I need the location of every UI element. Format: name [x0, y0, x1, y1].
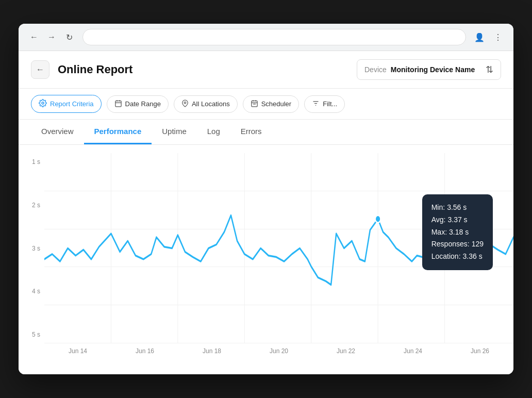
browser-window: ← → ↻ 👤 ⋮ ← Online Report [19, 24, 513, 374]
svg-point-5 [184, 102, 186, 104]
app-header: ← Online Report Device Monitoring Device… [19, 51, 513, 89]
chart-body [44, 153, 513, 343]
svg-point-0 [42, 102, 44, 104]
x-label-jun20: Jun 20 [245, 347, 312, 355]
location-icon [181, 100, 189, 109]
tab-performance[interactable]: Performance [84, 120, 152, 144]
chart-container: 5 s 4 s 3 s 2 s 1 s [19, 153, 513, 374]
refresh-browser-button[interactable]: ↻ [62, 30, 76, 44]
address-bar[interactable] [82, 29, 466, 45]
x-label-jun18: Jun 18 [178, 347, 245, 355]
gear-icon [39, 99, 47, 109]
scheduler-label: Scheduler [261, 100, 292, 108]
browser-chrome: ← → ↻ 👤 ⋮ [19, 24, 513, 51]
profile-button[interactable]: 👤 [472, 30, 487, 44]
svg-rect-1 [115, 101, 121, 106]
tab-uptime[interactable]: Uptime [152, 120, 197, 144]
browser-actions: 👤 ⋮ [472, 30, 505, 44]
chevron-icon: ⇅ [486, 64, 493, 75]
x-label-jun26: Jun 26 [446, 347, 513, 355]
tab-log[interactable]: Log [197, 120, 230, 144]
x-label-jun24: Jun 24 [379, 347, 446, 355]
x-label-jun22: Jun 22 [312, 347, 379, 355]
chart-area: 5 s 4 s 3 s 2 s 1 s [19, 145, 513, 374]
filter-label: Filt... [323, 100, 337, 108]
tabs: Overview Performance Uptime Log Errors [19, 120, 513, 145]
svg-point-20 [375, 215, 380, 223]
report-criteria-label: Report Criteria [50, 100, 94, 108]
report-criteria-button[interactable]: Report Criteria [31, 95, 102, 113]
all-locations-button[interactable]: All Locations [174, 95, 238, 113]
device-name: Monitoring Device Name [391, 65, 475, 74]
y-axis: 5 s 4 s 3 s 2 s 1 s [19, 153, 44, 343]
y-label-2: 2 s [19, 202, 40, 209]
scheduler-icon [251, 100, 258, 109]
date-range-label: Date Range [125, 100, 161, 108]
calendar-icon [114, 100, 122, 109]
device-selector[interactable]: Device Monitoring Device Name ⇅ [357, 59, 501, 80]
filter-button[interactable]: Filt... [304, 95, 345, 113]
performance-chart [44, 153, 513, 343]
nav-buttons: ← → ↻ [27, 30, 76, 44]
back-button[interactable]: ← [31, 60, 49, 79]
forward-browser-button[interactable]: → [44, 30, 59, 44]
device-label: Device [364, 65, 387, 74]
all-locations-label: All Locations [192, 100, 230, 108]
scheduler-button[interactable]: Scheduler [243, 95, 300, 113]
y-label-5: 5 s [19, 331, 40, 338]
app-content: ← Online Report Device Monitoring Device… [19, 51, 513, 374]
menu-button[interactable]: ⋮ [491, 30, 505, 44]
tab-overview[interactable]: Overview [31, 120, 84, 144]
date-range-button[interactable]: Date Range [107, 95, 169, 113]
page-title: Online Report [58, 63, 132, 76]
back-browser-button[interactable]: ← [27, 30, 41, 44]
y-label-4: 4 s [19, 288, 40, 295]
filter-bar: Report Criteria Date Range [19, 89, 513, 120]
x-axis: Jun 14 Jun 16 Jun 18 Jun 20 Jun 22 Jun 2… [44, 343, 513, 374]
x-label-jun14: Jun 14 [44, 347, 111, 355]
filter-icon [312, 100, 320, 109]
x-label-jun16: Jun 16 [111, 347, 178, 355]
y-label-3: 3 s [19, 245, 40, 252]
y-label-1: 1 s [19, 158, 40, 165]
tab-errors[interactable]: Errors [230, 120, 272, 144]
